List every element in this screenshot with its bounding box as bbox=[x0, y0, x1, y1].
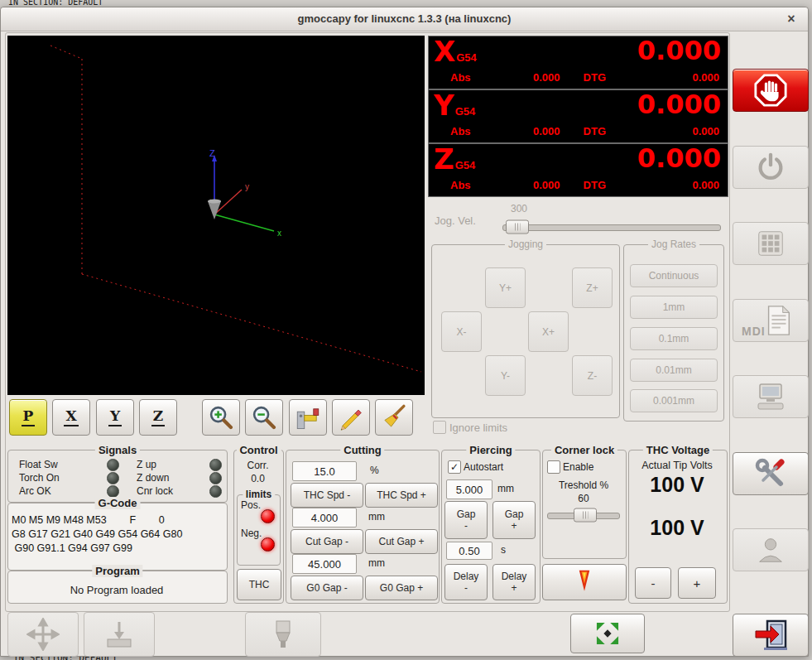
jog-velocity-slider-handle[interactable] bbox=[506, 220, 529, 234]
view-z-button[interactable]: Z bbox=[139, 399, 177, 436]
gremlin-preview[interactable]: Z y x bbox=[7, 36, 425, 395]
clear-plot-button[interactable] bbox=[375, 399, 413, 436]
thc-speed-minus-button[interactable]: THC Spd - bbox=[291, 483, 363, 508]
z-down-led bbox=[209, 472, 222, 484]
expand-arrows-icon bbox=[593, 619, 622, 648]
cnr-lock-led bbox=[209, 485, 222, 498]
jog-z-minus-button[interactable]: Z- bbox=[572, 355, 613, 396]
actual-tip-volts-label: Actual Tip Volts bbox=[628, 460, 726, 471]
volts-plus-button[interactable]: + bbox=[678, 567, 716, 599]
arc-ok-led bbox=[107, 485, 119, 498]
corner-lock-title: Corner lock bbox=[551, 444, 617, 456]
threshold-slider-handle[interactable] bbox=[574, 508, 597, 523]
torch-on-led bbox=[107, 472, 119, 484]
dro-x-dtg-label: DTG bbox=[584, 71, 606, 84]
desktop: IN SECTION: DEFAULT IN SECTION: DEFAULT … bbox=[0, 0, 812, 660]
jog-rate-0-1mm-button[interactable]: 0.1mm bbox=[630, 327, 718, 350]
corner-lock-enable-checkbox[interactable] bbox=[547, 460, 560, 474]
zoom-in-button[interactable] bbox=[202, 399, 240, 436]
dro-y-letter: Y bbox=[434, 91, 454, 119]
dro-axis-y[interactable]: Y G54 0.000 Abs 0.000 DTG 0.000 bbox=[428, 89, 728, 143]
neg-limit-label: Neg. bbox=[241, 528, 262, 539]
letter-z-icon: Z bbox=[151, 408, 165, 426]
pierce-delay-minus-button[interactable]: Delay - bbox=[444, 564, 488, 600]
thc-button[interactable]: THC bbox=[237, 569, 281, 600]
ignore-limits-label: Ignore limits bbox=[449, 422, 507, 434]
zoom-out-button[interactable] bbox=[245, 399, 283, 436]
computer-icon bbox=[754, 380, 787, 413]
volts-minus-button[interactable]: - bbox=[635, 567, 671, 599]
thc-speed-plus-button[interactable]: THC Spd + bbox=[365, 483, 438, 508]
ignore-limits-checkbox[interactable] bbox=[433, 421, 446, 434]
pierce-gap-unit: mm bbox=[497, 483, 514, 494]
cut-gap-minus-button[interactable]: Cut Gap - bbox=[291, 529, 363, 554]
program-status: No Program loaded bbox=[7, 584, 226, 596]
jog-velocity-slider[interactable] bbox=[502, 219, 721, 234]
torch-fire-button[interactable] bbox=[542, 564, 627, 600]
tool-sensor-button[interactable] bbox=[289, 399, 327, 436]
z-down-label: Z down bbox=[137, 472, 169, 484]
user-icon bbox=[755, 534, 786, 566]
feed-override-entry[interactable]: 15.0 bbox=[292, 461, 357, 481]
exit-button[interactable] bbox=[733, 614, 809, 657]
dro-z-dtg-value: 0.000 bbox=[606, 179, 719, 191]
thc-voltage-title: THC Voltage bbox=[643, 444, 713, 456]
g0-gap-plus-button[interactable]: G0 Gap + bbox=[365, 576, 438, 600]
cut-gap-entry[interactable]: 4.000 bbox=[292, 508, 357, 528]
pierce-gap-entry[interactable]: 5.000 bbox=[446, 479, 492, 499]
machine-on-button[interactable] bbox=[733, 146, 809, 189]
machine-extents-lines bbox=[50, 46, 421, 372]
jog-rate-0-01mm-button[interactable]: 0.01mm bbox=[630, 359, 718, 382]
exit-door-icon bbox=[752, 619, 789, 652]
actual-volts-value: 100 V bbox=[628, 473, 726, 497]
jog-rate-0-001mm-button[interactable]: 0.001mm bbox=[630, 389, 718, 412]
pierce-delay-plus-button[interactable]: Delay + bbox=[492, 564, 536, 600]
dro-axis-x[interactable]: X G54 0.000 Abs 0.000 DTG 0.000 bbox=[428, 36, 728, 89]
torch-on-label: Torch On bbox=[19, 472, 60, 484]
jog-velocity-label: Jog. Vel. bbox=[435, 214, 476, 227]
expand-preview-button[interactable] bbox=[570, 614, 645, 653]
view-x-button[interactable]: X bbox=[52, 399, 90, 436]
pierce-gap-plus-button[interactable]: Gap + bbox=[492, 501, 536, 539]
autostart-checkmark: ✓ bbox=[450, 462, 459, 472]
pierce-delay-entry[interactable]: 0.50 bbox=[446, 542, 492, 560]
titlebar[interactable]: gmoccapy for linuxcnc 1.3.3 (на linuxcnc… bbox=[1, 7, 808, 31]
cut-gap-unit: mm bbox=[368, 511, 385, 523]
g0-gap-minus-button[interactable]: G0 Gap - bbox=[291, 576, 363, 600]
neg-limit-led bbox=[261, 537, 275, 552]
tool-measure-button[interactable] bbox=[84, 612, 155, 657]
threshold-value: 60 bbox=[542, 493, 625, 504]
mdi-label: MDI bbox=[742, 325, 766, 338]
dro-x-letter: X bbox=[434, 37, 455, 65]
pierce-gap-minus-button[interactable]: Gap - bbox=[444, 501, 488, 539]
mdi-mode-button[interactable]: MDI bbox=[733, 299, 809, 342]
threshold-slider[interactable] bbox=[547, 508, 620, 523]
jog-rate-continuous-button[interactable]: Continuous bbox=[630, 264, 718, 287]
view-perspective-button[interactable]: P bbox=[9, 399, 47, 436]
close-button[interactable]: × bbox=[783, 11, 800, 27]
manual-mode-button[interactable] bbox=[733, 222, 809, 265]
jog-x-minus-button[interactable]: X- bbox=[441, 311, 482, 352]
feed-override-unit: % bbox=[370, 465, 379, 476]
g0-gap-entry[interactable]: 45.000 bbox=[292, 554, 357, 574]
view-y-button[interactable]: Y bbox=[96, 399, 134, 436]
jog-rate-1mm-button[interactable]: 1mm bbox=[630, 296, 718, 319]
touch-off-button[interactable] bbox=[7, 612, 79, 657]
dro-y-system: G54 bbox=[455, 105, 476, 118]
edit-gcode-button[interactable] bbox=[332, 399, 370, 436]
user-settings-button[interactable] bbox=[733, 528, 809, 571]
pos-limit-label: Pos. bbox=[241, 499, 261, 511]
estop-button[interactable] bbox=[733, 69, 809, 112]
cut-gap-plus-button[interactable]: Cut Gap + bbox=[365, 529, 438, 554]
spindle-button[interactable] bbox=[245, 612, 321, 657]
dro-z-abs-label: Abs bbox=[450, 179, 471, 191]
jog-y-minus-button[interactable]: Y- bbox=[485, 355, 526, 396]
jog-z-plus-button[interactable]: Z+ bbox=[572, 267, 613, 308]
jog-x-plus-button[interactable]: X+ bbox=[528, 311, 569, 352]
jog-y-plus-button[interactable]: Y+ bbox=[485, 267, 526, 308]
x-axis-label: x bbox=[277, 229, 281, 238]
dro-axis-z[interactable]: Z G54 0.000 Abs 0.000 DTG 0.000 bbox=[428, 143, 728, 197]
tool-edit-button[interactable] bbox=[733, 375, 809, 418]
settings-button[interactable] bbox=[733, 452, 809, 495]
autostart-checkbox[interactable]: ✓ bbox=[448, 460, 461, 474]
